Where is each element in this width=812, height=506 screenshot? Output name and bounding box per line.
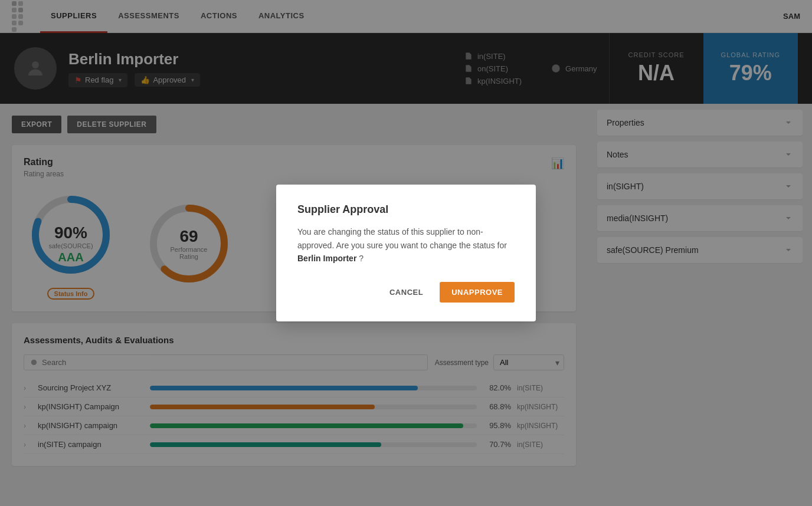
modal-body: You are changing the status of this supp… — [297, 225, 515, 265]
unapprove-button[interactable]: UNAPPROVE — [440, 282, 515, 303]
modal-actions: CANCEL UNAPPROVE — [297, 282, 515, 303]
modal-overlay: Supplier Approval You are changing the s… — [0, 0, 812, 489]
supplier-approval-modal: Supplier Approval You are changing the s… — [276, 185, 536, 321]
modal-body-prefix: You are changing the status of this supp… — [297, 227, 507, 249]
modal-title: Supplier Approval — [297, 203, 515, 216]
modal-supplier-name: Berlin Importer — [297, 254, 356, 263]
modal-body-suffix: ? — [359, 254, 364, 263]
cancel-button[interactable]: CANCEL — [380, 282, 433, 303]
